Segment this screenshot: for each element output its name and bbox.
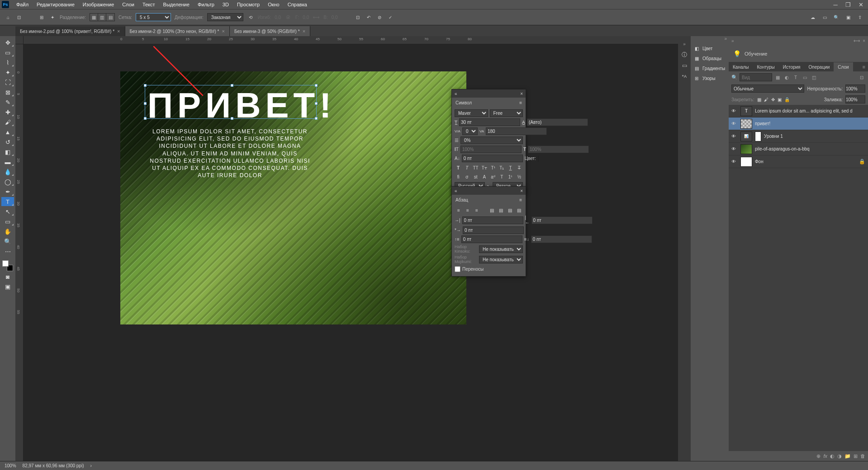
frac-icon[interactable]: ½ [516, 173, 523, 180]
split-cross-icon[interactable]: ✦ [49, 14, 56, 21]
menu-edit[interactable]: Редактирование [33, 0, 78, 9]
mask-icon[interactable]: ◐ [830, 453, 835, 459]
split-buttons[interactable]: ▦▥▤ [90, 13, 115, 21]
lock-artboard-icon[interactable]: ▣ [778, 97, 782, 102]
mojikumi-select[interactable]: Не показывать [479, 256, 523, 263]
tool-preset-icon[interactable]: ⊡ [15, 14, 23, 21]
new-layer-icon[interactable]: ⊞ [854, 453, 858, 459]
panel-gradients[interactable]: ▤Градиенты [691, 63, 729, 73]
sigma-icon[interactable]: σ [463, 173, 470, 180]
anchor-icon[interactable]: ⊡ [354, 14, 361, 21]
superscript-icon[interactable]: T¹ [489, 164, 497, 171]
1st-icon[interactable]: 1ˢ [507, 173, 514, 180]
fx-icon[interactable]: fx [823, 453, 827, 459]
fi-icon[interactable]: fi [455, 173, 462, 180]
menu-filter[interactable]: Фильтр [194, 0, 218, 9]
canvas-area[interactable]: 05101520253035404550556065707580 0510152… [15, 36, 678, 461]
link-icon[interactable]: ⊕ [816, 453, 821, 459]
workspace-icon[interactable]: ▣ [844, 14, 852, 21]
st-icon[interactable]: st [472, 173, 479, 180]
italic-icon[interactable]: T [463, 164, 470, 171]
hand-tool[interactable]: ✋ [1, 227, 14, 236]
smallcaps-icon[interactable]: Tᴛ [481, 164, 488, 171]
brush-tool[interactable]: 🖌 [1, 118, 14, 127]
vscale-input[interactable] [460, 146, 522, 153]
learn-panel[interactable]: 💡 Обучение [729, 45, 868, 62]
justify-all-icon[interactable]: ▤ [515, 207, 523, 214]
hscale-input[interactable] [528, 146, 589, 153]
lock-transparent-icon[interactable]: ▦ [757, 97, 761, 102]
blur-tool[interactable]: 💧 [1, 167, 14, 176]
menu-image[interactable]: Изображение [79, 0, 118, 9]
history-brush-tool[interactable]: ↺ [1, 137, 14, 146]
quickmask-tool[interactable]: ◙ [1, 272, 14, 281]
split-warp-icon[interactable]: ⊞ [38, 14, 45, 21]
window-close-icon[interactable]: ✕ [855, 1, 866, 8]
visibility-icon[interactable]: 👁 [731, 159, 738, 164]
tab-actions[interactable]: Операции [805, 62, 834, 71]
filter-pixel-icon[interactable]: ▦ [774, 74, 781, 81]
ad-icon[interactable]: aᵈ [489, 173, 497, 180]
panel-menu-icon[interactable]: ≡ [860, 64, 868, 70]
scale-select[interactable]: 0% [460, 136, 523, 144]
panel-close-icon[interactable]: × [863, 38, 865, 43]
menu-help[interactable]: Справка [284, 0, 311, 9]
paragraph-panel[interactable]: «× Абзац≡ ≡≡≡ ▤▤▤▤ →||← *→ ↑≡≡↓ Набор Ki… [451, 186, 526, 277]
marquee-tool[interactable]: ▭ [1, 48, 14, 57]
doc-tab-1[interactable]: Без имени-2.psd @ 100% (привет!, RGB/8#)… [15, 26, 125, 36]
wand-tool[interactable]: ✦ [1, 68, 14, 77]
delete-icon[interactable]: 🗑 [860, 453, 865, 459]
font-size-input[interactable] [459, 118, 520, 126]
indent-right-input[interactable] [531, 216, 593, 224]
layer-item[interactable]: 👁📊Уровни 1 [729, 130, 868, 143]
menu-text[interactable]: Текст [139, 0, 159, 9]
layer-item[interactable]: 👁Фон🔒 [729, 155, 868, 168]
eraser-tool[interactable]: ◧ [1, 147, 14, 156]
menu-layers[interactable]: Слои [119, 0, 138, 9]
hyphenate-checkbox[interactable] [455, 265, 460, 273]
window-minimize-icon[interactable]: ─ [830, 1, 841, 8]
panel-color[interactable]: ◧Цвет [691, 43, 729, 53]
color-swatches[interactable] [2, 260, 13, 271]
menu-view[interactable]: Просмотр [233, 0, 263, 9]
filter-smart-icon[interactable]: ◫ [810, 74, 817, 81]
document-canvas[interactable]: ПРИВЕТ! LOREM IPSUM DOLOR SIT AMET, CONS… [120, 71, 466, 324]
doc-info[interactable]: 82,97 мм x 60,96 мм (300 ppi) [23, 463, 84, 468]
commit-icon[interactable]: ✓ [387, 14, 394, 21]
font-family-select[interactable]: Maver [455, 109, 488, 117]
grid-select[interactable]: 5 x 5 [136, 13, 171, 21]
first-line-input[interactable] [463, 226, 524, 234]
adjustment-icon[interactable]: ◑ [837, 453, 842, 459]
frame-tool[interactable]: ⊠ [1, 88, 14, 97]
home-icon[interactable]: ⌂ [5, 14, 12, 21]
align-center-icon[interactable]: ≡ [464, 207, 472, 214]
doc-info-chevron-icon[interactable]: › [90, 463, 92, 468]
subscript-icon[interactable]: T₁ [498, 164, 505, 171]
leading-input[interactable] [527, 118, 588, 126]
kinsoku-select[interactable]: Не показывать [479, 245, 523, 253]
cancel-icon[interactable]: ⊘ [376, 14, 383, 21]
tab-history[interactable]: История [779, 62, 805, 71]
info-icon[interactable]: ⓘ [679, 50, 689, 60]
filter-shape-icon[interactable]: ▭ [801, 74, 808, 81]
close-icon[interactable]: × [303, 28, 305, 34]
layer-item[interactable]: 👁TLorem ipsum dolor sit am... adipisicin… [729, 105, 868, 118]
justify-left-icon[interactable]: ▤ [488, 207, 496, 214]
window-maximize-icon[interactable]: ❐ [843, 1, 854, 8]
cloud-icon[interactable]: ☁ [809, 14, 816, 21]
tab-channels[interactable]: Каналы [729, 62, 753, 71]
bold-icon[interactable]: T [455, 164, 462, 171]
gradient-tool[interactable]: ▬ [1, 157, 14, 166]
pen-tool[interactable]: ✒ [1, 187, 14, 196]
baseline-input[interactable] [462, 155, 523, 162]
indent-left-input[interactable] [462, 216, 523, 224]
lock-position-icon[interactable]: ✥ [771, 97, 775, 102]
character-panel[interactable]: «× Символ≡ MaverFree T̲A̲ V/A0VA ☰0% ITT… [451, 89, 526, 193]
move-tool[interactable]: ✥ [1, 38, 14, 47]
close-icon[interactable]: × [222, 28, 224, 34]
warped-title-text[interactable]: ПРИВЕТ! [147, 85, 336, 126]
close-icon[interactable]: × [117, 28, 120, 34]
search-icon[interactable]: 🔍 [833, 14, 840, 21]
panel-swatches[interactable]: ▦Образцы [691, 53, 729, 63]
reset-icon[interactable]: ↶ [365, 14, 372, 21]
